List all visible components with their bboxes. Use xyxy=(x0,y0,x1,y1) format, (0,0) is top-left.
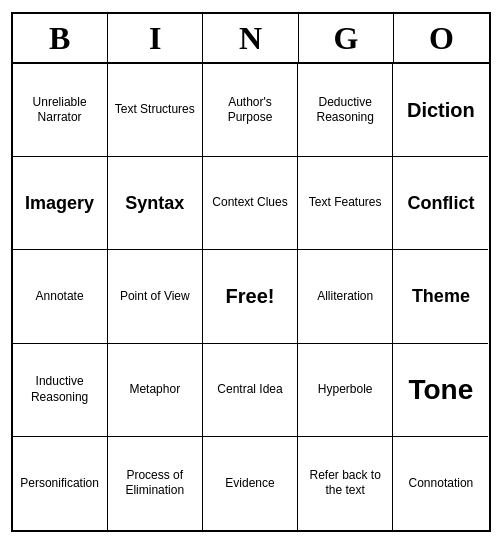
bingo-cell: Process of Elimination xyxy=(108,437,203,530)
bingo-cell: Metaphor xyxy=(108,344,203,437)
bingo-cell: Imagery xyxy=(13,157,108,250)
bingo-cell: Connotation xyxy=(393,437,488,530)
header-letter: I xyxy=(108,14,203,62)
bingo-cell: Context Clues xyxy=(203,157,298,250)
bingo-cell: Inductive Reasoning xyxy=(13,344,108,437)
bingo-cell: Hyperbole xyxy=(298,344,393,437)
bingo-cell: Evidence xyxy=(203,437,298,530)
bingo-cell: Diction xyxy=(393,64,488,157)
bingo-cell: Author's Purpose xyxy=(203,64,298,157)
bingo-cell: Personification xyxy=(13,437,108,530)
bingo-cell: Theme xyxy=(393,250,488,343)
header-letter: G xyxy=(299,14,394,62)
bingo-cell: Alliteration xyxy=(298,250,393,343)
bingo-cell: Text Features xyxy=(298,157,393,250)
bingo-cell: Point of View xyxy=(108,250,203,343)
bingo-cell: Refer back to the text xyxy=(298,437,393,530)
bingo-cell: Tone xyxy=(393,344,488,437)
header-letter: O xyxy=(394,14,488,62)
bingo-cell: Syntax xyxy=(108,157,203,250)
bingo-cell: Deductive Reasoning xyxy=(298,64,393,157)
bingo-cell: Annotate xyxy=(13,250,108,343)
header-letter: N xyxy=(203,14,298,62)
bingo-card: BINGO Unreliable NarratorText Structures… xyxy=(11,12,491,532)
bingo-cell: Free! xyxy=(203,250,298,343)
bingo-cell: Unreliable Narrator xyxy=(13,64,108,157)
bingo-grid: Unreliable NarratorText StructuresAuthor… xyxy=(13,64,489,530)
bingo-cell: Conflict xyxy=(393,157,488,250)
header-letter: B xyxy=(13,14,108,62)
bingo-cell: Central Idea xyxy=(203,344,298,437)
bingo-header: BINGO xyxy=(13,14,489,64)
bingo-cell: Text Structures xyxy=(108,64,203,157)
